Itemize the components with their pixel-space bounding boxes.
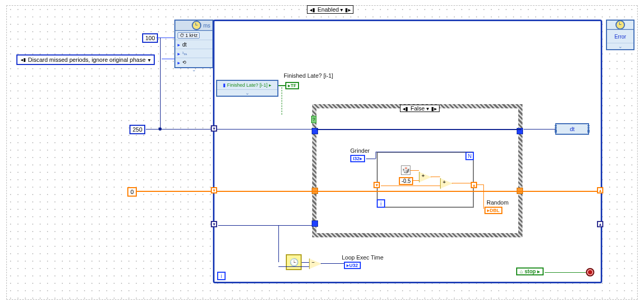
add-function-2[interactable]: +: [440, 178, 453, 189]
expand-chevron-icon[interactable]: ⌄: [217, 90, 277, 96]
case-selector[interactable]: ◂▮ False ▮▸: [400, 105, 440, 112]
timed-loop-left-data-node[interactable]: ▮ Finished Late? [i-1] ▸ ⌄: [216, 80, 278, 97]
wire: [381, 186, 440, 186]
stop-control[interactable]: ⌂ stop ▸: [516, 267, 544, 275]
selector-next-icon[interactable]: ▮▸: [345, 7, 351, 13]
grinder-label: Grinder: [350, 147, 370, 154]
wire: [278, 85, 285, 86]
stop-label: stop: [525, 269, 536, 274]
constant-period-100[interactable]: 100: [142, 33, 158, 43]
clock-icon: [615, 20, 625, 30]
offset-row-icon: ³₂₁: [182, 51, 187, 56]
case-next-icon[interactable]: ▮▸: [431, 106, 437, 112]
wire: [483, 184, 484, 209]
wire: [278, 266, 309, 267]
timing-source-pill[interactable]: ⏱ 1 kHz: [178, 32, 200, 39]
finished-late-label: Finished Late? [i-1]: [284, 72, 333, 79]
wire: [218, 225, 312, 226]
timed-loop-mode-label: Discard missed periods, ignore original …: [28, 57, 146, 63]
diagram-disable-selector[interactable]: ◂▮ Enabled ▮▸: [307, 5, 353, 14]
expand-chevron-icon[interactable]: ⌄: [607, 43, 633, 49]
loop-exec-time-label: Loop Exec Time: [342, 254, 384, 261]
wire: [282, 87, 283, 115]
wire: [162, 59, 174, 59]
timed-loop-input-node[interactable]: ms ⏱ 1 kHz ▸ dt ▸ ³₂₁ ▸ ⟲ ⌄: [174, 20, 213, 68]
finished-late-inner-label: Finished Late? [i-1]: [227, 82, 268, 88]
shift-register-right[interactable]: ▴: [597, 187, 603, 193]
wire: [410, 170, 419, 171]
wire: [302, 262, 309, 263]
shift-register-left[interactable]: ▾: [211, 125, 217, 132]
wire: [545, 272, 586, 273]
case-structure[interactable]: ◂▮ False ▮▸ ? Grinder I32▸ N i 🎲 -0.5 +: [312, 104, 522, 237]
random-label: Random: [487, 199, 509, 206]
selector-value[interactable]: Enabled: [318, 6, 343, 13]
subtract-function[interactable]: −: [309, 258, 322, 269]
wire: [366, 159, 376, 159]
wire: [137, 191, 598, 192]
shift-register-right[interactable]: ▴: [597, 221, 603, 227]
wire: [431, 177, 440, 177]
selector-prev-icon[interactable]: ◂▮: [310, 7, 315, 13]
random-number-function[interactable]: 🎲: [401, 165, 410, 175]
wire: [156, 38, 174, 38]
diagram-area[interactable]: ◂▮ Enabled ▮▸ 100 ◂▮ Discard missed peri…: [6, 5, 638, 300]
constant-minus-0p5[interactable]: -0.5: [399, 177, 413, 185]
house-icon: ⌂: [520, 269, 523, 274]
wire: [146, 129, 312, 130]
wire: [376, 152, 473, 152]
wire-junction: [158, 127, 162, 131]
constant-zero[interactable]: 0: [127, 187, 137, 197]
wire: [376, 152, 376, 159]
expand-chevron-icon[interactable]: ⌄: [175, 67, 212, 72]
shift-register-left[interactable]: ▾: [211, 221, 217, 227]
timed-loop-mode-ring[interactable]: ◂▮ Discard missed periods, ignore origin…: [16, 54, 155, 65]
wire: [316, 129, 521, 130]
timed-loop-i-terminal[interactable]: i: [217, 272, 226, 280]
wire: [476, 184, 483, 185]
wire: [413, 180, 419, 181]
grinder-control[interactable]: I32▸: [350, 155, 365, 162]
shift-register-left[interactable]: ▾: [211, 187, 217, 193]
tick-count-function[interactable]: 🕒: [286, 254, 302, 270]
random-indicator[interactable]: ▸DBL: [484, 207, 502, 214]
dt-output-label: dt: [570, 126, 574, 132]
for-loop-N-terminal[interactable]: N: [465, 152, 474, 160]
loop-condition-terminal[interactable]: [586, 268, 594, 276]
case-selector-terminal[interactable]: ?: [311, 116, 316, 123]
for-loop-i-terminal[interactable]: i: [377, 199, 385, 208]
loop-exec-time-indicator[interactable]: ▸U32: [344, 262, 361, 269]
wire: [278, 225, 279, 262]
timed-loop-right-data-node[interactable]: dt: [555, 123, 589, 135]
wire: [321, 263, 344, 264]
case-value[interactable]: False: [410, 105, 429, 112]
constant-250[interactable]: 250: [129, 125, 145, 134]
shift-register-right[interactable]: ▴: [471, 182, 477, 188]
case-tunnel[interactable]: [312, 220, 318, 227]
dt-input-label: dt: [182, 42, 186, 48]
for-loop-structure[interactable]: N i 🎲 -0.5 + + ▾ ▴: [377, 152, 474, 208]
error-output-label: Error: [607, 30, 633, 43]
timed-loop-unit: ms: [203, 23, 210, 29]
case-prev-icon[interactable]: ◂▮: [403, 106, 408, 112]
wire: [160, 38, 161, 129]
mode-row-icon: ⟲: [182, 60, 186, 65]
timing-source-label: 1 kHz: [185, 33, 198, 38]
finished-late-indicator[interactable]: ▸TF: [285, 82, 299, 89]
shift-register-left[interactable]: ▾: [374, 182, 380, 188]
block-diagram-canvas: ◂▮ Enabled ▮▸ 100 ◂▮ Discard missed peri…: [0, 0, 644, 305]
timed-loop-output-node[interactable]: Error ⌄: [606, 20, 634, 50]
add-function-1[interactable]: +: [419, 172, 432, 182]
clock-icon: [192, 21, 201, 30]
wire: [524, 129, 556, 130]
